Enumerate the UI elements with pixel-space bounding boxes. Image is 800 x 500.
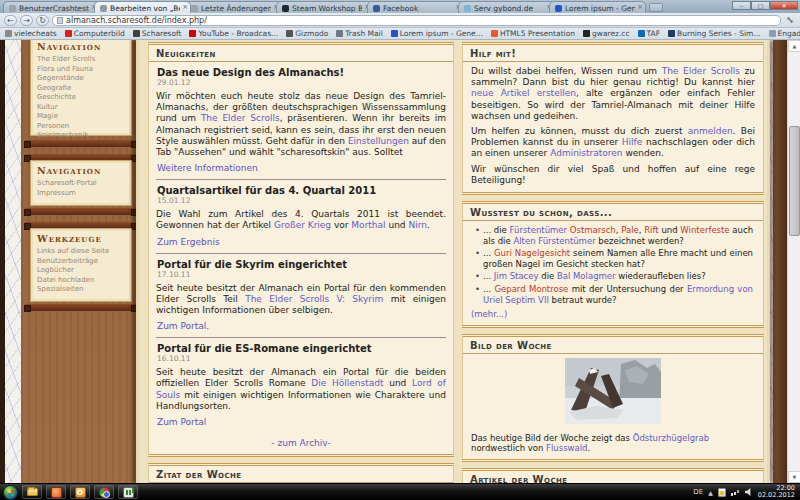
browser-tab-active[interactable]: Bearbeiten von „Benutzer D ×: [94, 1, 191, 13]
hidden-icons-arrow-icon[interactable]: ▲: [708, 489, 713, 496]
inline-link[interactable]: anmelden: [688, 126, 733, 136]
bookmarks-bar: vielecheats Computerbild Scharesoft YouT…: [0, 28, 800, 40]
scrollbar-down-arrow-icon[interactable]: ▼: [788, 471, 800, 483]
inline-link[interactable]: Jim Stacey: [494, 271, 539, 281]
sidebar-item-logbuecher[interactable]: Logbücher: [37, 266, 125, 276]
inline-link[interactable]: Einstellungen: [348, 136, 409, 146]
sidebar-item-scharesoft-portal[interactable]: Scharesoft-Portal: [37, 179, 125, 189]
browser-tab[interactable]: Steam Workshop Boykott - ×: [276, 1, 373, 13]
close-button[interactable]: ✕: [770, 1, 798, 10]
taskbar-clock[interactable]: 22:00 02.02.2012: [758, 485, 797, 500]
reload-button[interactable]: ↻: [36, 15, 49, 26]
forward-button[interactable]: →: [20, 15, 33, 26]
network-icon[interactable]: [731, 488, 740, 496]
inline-link[interactable]: Gepard Montrose: [494, 284, 568, 294]
inline-link[interactable]: Ödsturzhügelgrab: [633, 433, 709, 443]
sidebar-item-benutzerbeitraege[interactable]: Benutzerbeiträge: [37, 257, 125, 267]
sidebar-item-datei-hochladen[interactable]: Datei hochladen: [37, 276, 125, 286]
wrench-menu-icon[interactable]: 🔧︎: [784, 15, 796, 26]
news-more-link[interactable]: Zum Portal: [156, 412, 446, 427]
scroll-bar-decoration: [24, 140, 138, 147]
inline-link[interactable]: Winterfeste: [680, 225, 729, 235]
taskbar-explorer-button[interactable]: [22, 485, 42, 499]
bookmark-item[interactable]: YouTube - Broadcas...: [189, 29, 278, 38]
tab-close-icon[interactable]: ×: [182, 3, 188, 11]
start-button[interactable]: [3, 485, 18, 500]
new-tab-button[interactable]: [649, 3, 663, 12]
sidebar-item-gegenstaende[interactable]: Gegenstände: [37, 74, 125, 84]
bookmark-item[interactable]: vielecheats: [5, 29, 57, 38]
url-text: almanach.scharesoft.de/index.php/: [66, 16, 207, 25]
taskbar-outlook-button[interactable]: O: [70, 485, 90, 499]
browser-scrollbar[interactable]: ▲ ▼: [787, 40, 800, 483]
browser-toolbar: ← → ↻ almanach.scharesoft.de/index.php/ …: [0, 13, 800, 28]
tab-close-icon[interactable]: ×: [637, 3, 643, 11]
help-paragraph: Wir wünschen dir viel Spaß und hoffen au…: [463, 160, 763, 186]
inline-link[interactable]: Administratoren: [550, 148, 622, 158]
bookmark-item[interactable]: Gizmodo: [286, 29, 328, 38]
news-date: 17.10.11: [156, 270, 446, 279]
bookmark-item[interactable]: Engadget German: [769, 29, 800, 38]
news-more-link[interactable]: Zum Portal.: [156, 316, 446, 331]
back-button[interactable]: ←: [4, 15, 17, 26]
minimize-button[interactable]: –: [732, 1, 751, 10]
scrollbar-up-arrow-icon[interactable]: ▲: [788, 40, 800, 52]
sidebar-item-kultur[interactable]: Kultur: [37, 103, 125, 113]
taskbar-chrome-button[interactable]: [94, 485, 114, 499]
browser-tab[interactable]: Serv gybond.de ×: [458, 1, 555, 13]
bookmark-item[interactable]: TAF: [638, 29, 660, 38]
sidebar-item-magie[interactable]: Magie: [37, 112, 125, 122]
inline-link[interactable]: Guri Nagelgesicht: [494, 248, 570, 258]
maximize-button[interactable]: ▢: [751, 1, 770, 10]
inline-link[interactable]: Rift: [644, 225, 658, 235]
bookmark-item[interactable]: Scharesoft: [133, 29, 182, 38]
sidebar-item-links-auf-diese-seite[interactable]: Links auf diese Seite: [37, 247, 125, 257]
inline-link[interactable]: Ostmarsch: [570, 225, 616, 235]
inline-link[interactable]: Flusswald: [546, 443, 587, 453]
news-more-link[interactable]: Weitere Informationen: [156, 158, 446, 173]
scrollbar-thumb[interactable]: [789, 126, 800, 236]
bookmark-favicon-trash: [336, 30, 343, 37]
sidebar-item-personen[interactable]: Personen: [37, 122, 125, 132]
inline-link[interactable]: Nirn: [408, 220, 426, 230]
taskbar-media-player-button[interactable]: [46, 485, 66, 499]
sidebar-item-impressum[interactable]: Impressum: [37, 189, 125, 199]
sidebar-item-spezialseiten[interactable]: Spezialseiten: [37, 285, 125, 295]
inline-link[interactable]: Morthal: [351, 220, 385, 230]
sidebar-item-geschichte[interactable]: Geschichte: [37, 93, 125, 103]
more-facts-link[interactable]: (mehr...): [463, 309, 763, 325]
picture-of-the-week-image[interactable]: [565, 358, 661, 424]
inline-link[interactable]: neue Artikel erstellen: [471, 88, 576, 98]
sidebar-item-the-elder-scrolls[interactable]: The Elder Scrolls: [37, 55, 125, 65]
sidebar-item-geografie[interactable]: Geografie: [37, 84, 125, 94]
help-heading: Hilf mit!: [463, 45, 763, 62]
bookmark-item[interactable]: Lorem ipsum - Gene...: [391, 29, 483, 38]
bookmark-item[interactable]: Trash Mail: [336, 29, 382, 38]
bookmark-item[interactable]: HTML5 Presentation: [491, 29, 575, 38]
address-bar[interactable]: almanach.scharesoft.de/index.php/: [52, 15, 781, 26]
news-archive-link[interactable]: - zum Archiv-: [149, 433, 453, 454]
sidebar-item-flora-und-fauna[interactable]: Flora und Fauna: [37, 65, 125, 75]
browser-tab[interactable]: Letzte Änderungen – Tamr ×: [185, 1, 282, 13]
inline-link[interactable]: The Elder Scrolls V: Skyrim: [245, 294, 383, 304]
taskbar-chart-app-button[interactable]: [118, 485, 138, 499]
inline-link[interactable]: Hilfe: [622, 137, 642, 147]
browser-tab[interactable]: BenutzerCrashtestgoblin/Z ×: [3, 1, 100, 13]
bookmark-item[interactable]: Computerbild: [65, 29, 125, 38]
inline-link[interactable]: Großer Krieg: [274, 220, 331, 230]
inline-link[interactable]: Pale: [621, 225, 639, 235]
news-more-link[interactable]: Zum Ergebnis: [156, 232, 446, 247]
inline-link[interactable]: Bal Molagmer: [557, 271, 616, 281]
inline-link[interactable]: Alten Fürstentümer: [513, 236, 595, 246]
browser-tab[interactable]: Lorem ipsum - Generator u ×: [549, 1, 646, 13]
language-indicator[interactable]: DE: [693, 488, 703, 496]
volume-icon[interactable]: [745, 488, 753, 496]
bookmark-item[interactable]: Burning Series - Sim...: [668, 29, 760, 38]
inline-link[interactable]: Fürstentümer: [510, 225, 567, 235]
action-center-flag-icon[interactable]: [718, 488, 726, 497]
inline-link[interactable]: The Elder Scrolls: [201, 113, 280, 123]
browser-tab[interactable]: Facebook ×: [367, 1, 464, 13]
bookmark-item[interactable]: gwarez.cc: [583, 29, 630, 38]
inline-link[interactable]: Die Höllenstadt: [311, 378, 383, 388]
inline-link[interactable]: The Elder Scrolls: [662, 66, 740, 76]
